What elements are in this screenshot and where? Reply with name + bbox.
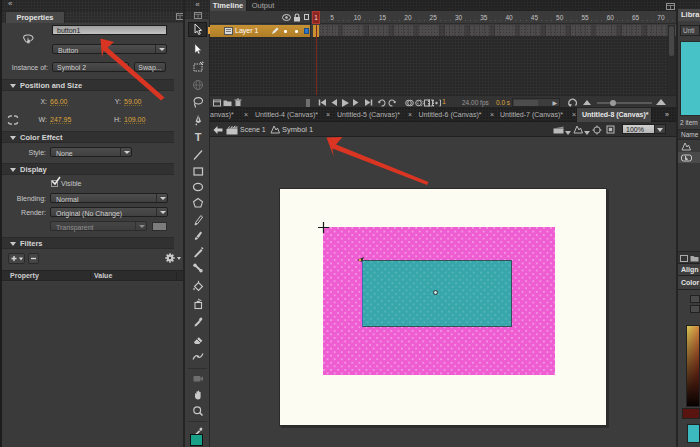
svg-text:T: T [194, 131, 201, 143]
